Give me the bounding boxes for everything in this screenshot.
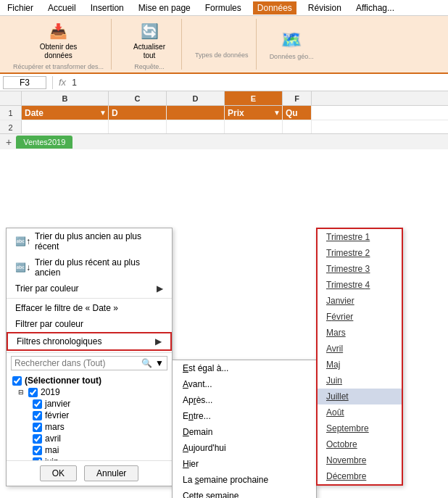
chrono-filter-item[interactable]: Filtres chronologiques ▶ — [7, 332, 172, 351]
sort-color-label: Trier par couleur — [15, 283, 79, 294]
month-avril[interactable]: Avril — [318, 341, 402, 357]
month-mars[interactable]: Mars — [318, 325, 402, 341]
sort-desc-item[interactable]: 🔤↓ Trier du plus récent au plus ancien — [7, 254, 172, 281]
cb-mai-check[interactable] — [33, 446, 42, 455]
month-juillet[interactable]: Juillet — [318, 389, 402, 404]
add-tab-button[interactable]: + — [3, 136, 14, 148]
cell-e1: Prix ▼ — [225, 106, 283, 120]
clear-filter-item[interactable]: Effacer le filtre de « Date » — [7, 300, 172, 316]
cb-mars[interactable]: mars — [12, 421, 166, 433]
cb-fevrier-check[interactable] — [33, 411, 42, 420]
filter-arrow-e[interactable]: ▼ — [273, 109, 281, 117]
geo-label: Données géo... — [270, 53, 314, 60]
month-decembre[interactable]: Décembre — [318, 468, 402, 484]
cb-avril-check[interactable] — [33, 434, 42, 444]
cb-juin-check[interactable] — [33, 457, 42, 461]
search-dropdown-icon: ▼ — [155, 358, 164, 368]
filter-arrow-b[interactable]: ▼ — [99, 109, 107, 117]
ventes2019-tab[interactable]: Ventes2019 — [16, 136, 72, 149]
cb-selectall-check[interactable] — [12, 376, 22, 386]
chrono-avant[interactable]: Avant... — [173, 376, 316, 392]
menu-affichage[interactable]: Affichag... — [353, 1, 397, 14]
cb-selectall-label: (Sélectionner tout) — [25, 375, 101, 386]
cb-fevrier[interactable]: février — [12, 410, 166, 421]
cb-avril[interactable]: avril — [12, 433, 166, 444]
month-menu: Trimestre 1 Trimestre 2 Trimestre 3 Trim… — [316, 228, 403, 486]
chrono-entre[interactable]: Entre... — [173, 408, 316, 424]
cb-janvier-label: janvier — [45, 399, 70, 409]
month-aout[interactable]: Août — [318, 404, 402, 420]
fx-label: fx — [59, 77, 66, 88]
filter-dropdown: 🔤↑ Trier du plus ancien au plus récent 🔤… — [6, 228, 173, 486]
cb-janvier-check[interactable] — [33, 399, 42, 409]
col-header-c: C — [109, 91, 167, 105]
search-input[interactable] — [14, 358, 138, 368]
month-novembre[interactable]: Novembre — [318, 452, 402, 468]
sort-desc-icon: 🔤↓ — [15, 262, 30, 273]
formula-bar: fx 1 — [0, 74, 448, 91]
menu-formules[interactable]: Formules — [202, 1, 244, 14]
cell-f1: Qu — [283, 106, 312, 120]
month-fevrier[interactable]: Février — [318, 309, 402, 325]
sort-desc-label: Trier du plus récent au plus ancien — [35, 257, 163, 278]
actualiser-label: Actualiser tout — [128, 43, 171, 60]
chrono-cette-semaine[interactable]: Cette semaine — [173, 488, 316, 498]
month-septembre[interactable]: Septembre — [318, 420, 402, 436]
cb-janvier[interactable]: janvier — [12, 398, 166, 410]
filter-cancel-button[interactable]: Annuler — [84, 465, 138, 481]
chrono-filter-label: Filtres chronologiques — [17, 336, 101, 346]
filter-divider1 — [7, 298, 172, 299]
cb-mars-check[interactable] — [33, 423, 42, 432]
chrono-est-egal[interactable]: Est égal à... — [173, 360, 316, 376]
sort-color-arrow: ▶ — [157, 283, 163, 294]
cb-2019[interactable]: ⊟ 2019 — [12, 386, 166, 398]
ribbon-group-types: Types de données — [188, 19, 257, 70]
month-juin[interactable]: Juin — [318, 373, 402, 389]
cb-2019-check[interactable] — [28, 388, 38, 397]
ribbon-group-geo: 🗺️ Données géo... — [262, 19, 321, 70]
sort-color-item[interactable]: Trier par couleur ▶ — [7, 281, 172, 296]
obtenir-donnees-button[interactable]: 📥 Obtenir des données — [34, 18, 83, 62]
ribbon: 📥 Obtenir des données Récupérer et trans… — [0, 16, 448, 74]
filter-ok-button[interactable]: OK — [40, 465, 77, 481]
checkbox-list: (Sélectionner tout) ⊟ 2019 janvier févri… — [7, 373, 172, 460]
tab-bar: + Ventes2019 — [0, 133, 448, 149]
cb-mars-label: mars — [45, 422, 65, 432]
menu-fichier[interactable]: Fichier — [4, 1, 36, 14]
cb-2019-expand[interactable]: ⊟ — [18, 389, 24, 396]
actualiser-button[interactable]: 🔄 Actualiser tout — [125, 18, 174, 62]
cb-mai[interactable]: mai — [12, 444, 166, 456]
month-t4[interactable]: Trimestre 4 — [318, 277, 402, 293]
cb-fevrier-label: février — [45, 410, 69, 420]
menu-misepage[interactable]: Mise en page — [136, 1, 194, 14]
chrono-aujourdhui[interactable]: Aujourd'hui — [173, 440, 316, 456]
cell-d1 — [167, 106, 225, 120]
filter-divider2 — [7, 352, 172, 353]
filter-color-item[interactable]: Filtrer par couleur — [7, 316, 172, 332]
chrono-apres[interactable]: Après... — [173, 392, 316, 408]
month-janvier[interactable]: Janvier — [318, 293, 402, 309]
cell-reference[interactable] — [3, 76, 46, 89]
search-box[interactable]: 🔍 ▼ — [11, 356, 167, 370]
row-num-2: 2 — [0, 120, 22, 134]
obtenir-icon: 📥 — [47, 20, 70, 43]
sort-asc-item[interactable]: 🔤↑ Trier du plus ancien au plus récent — [7, 228, 172, 254]
month-t3[interactable]: Trimestre 3 — [318, 261, 402, 277]
chrono-semaine-prochaine[interactable]: La semaine prochaine — [173, 472, 316, 488]
chrono-hier[interactable]: Hier — [173, 456, 316, 472]
col-header-e: E — [225, 91, 283, 105]
menu-donnees[interactable]: Données — [253, 1, 296, 14]
col-header-f: F — [283, 91, 312, 105]
chrono-demain[interactable]: Demain — [173, 424, 316, 440]
cb-avril-label: avril — [45, 433, 61, 444]
cb-selectall[interactable]: (Sélectionner tout) — [12, 375, 166, 386]
menu-revision[interactable]: Révision — [305, 1, 344, 14]
menu-insertion[interactable]: Insertion — [88, 1, 127, 14]
month-octobre[interactable]: Octobre — [318, 436, 402, 452]
month-t2[interactable]: Trimestre 2 — [318, 245, 402, 261]
cell-b1: Date ▼ — [22, 106, 109, 120]
requete-label: Requête... — [134, 63, 165, 70]
month-maj[interactable]: Maj — [318, 357, 402, 373]
menu-accueil[interactable]: Accueil — [45, 1, 79, 14]
month-t1[interactable]: Trimestre 1 — [318, 229, 402, 245]
